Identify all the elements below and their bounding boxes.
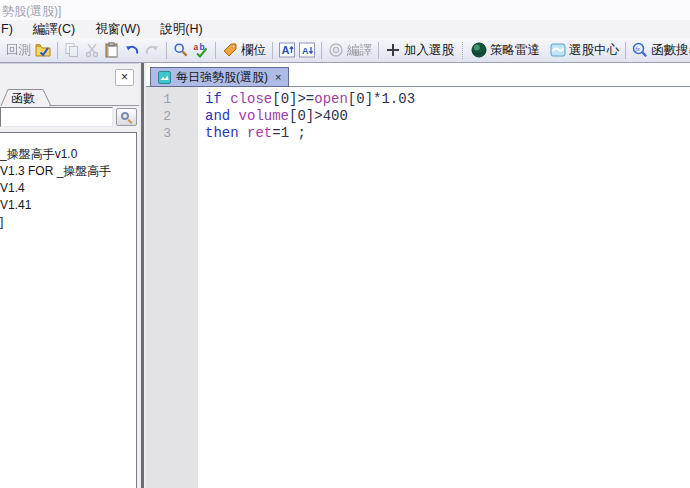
list-item[interactable]: V1.41 — [0, 197, 136, 214]
redo-button[interactable] — [144, 42, 160, 58]
toolbar-separator — [378, 42, 379, 59]
clipboard-paste-icon — [104, 42, 120, 58]
compile-button[interactable]: 編譯 — [328, 42, 372, 59]
font-decrease-icon: A — [299, 42, 315, 58]
tag-icon — [222, 42, 238, 58]
font-increase-icon: A — [279, 42, 295, 58]
compile-target-icon — [328, 42, 344, 58]
toolbar-separator-dotted — [462, 42, 463, 59]
svg-text:a: a — [194, 42, 199, 52]
code-token: and — [205, 108, 239, 124]
plus-icon — [385, 42, 401, 58]
scissors-icon — [84, 42, 100, 58]
font-increase-button[interactable]: A — [279, 42, 295, 58]
script-editor: 每日強勢股(選股) × 1 2 3 if close[0]>=open[0]*1… — [146, 63, 690, 488]
list-item[interactable]: V1.4 — [0, 180, 136, 197]
list-item[interactable]: _操盤高手v1.0 — [0, 146, 136, 163]
code-token: volume — [239, 108, 289, 124]
line-number: 2 — [146, 108, 198, 125]
editor-tab-label: 每日強勢股(選股) — [176, 69, 268, 86]
strategy-radar-button[interactable]: 策略雷達 — [471, 42, 540, 59]
code-token: open — [314, 91, 348, 107]
menu-bar: F) 編譯(C) 視窗(W) 說明(H) — [0, 20, 690, 38]
undo-button[interactable] — [124, 42, 140, 58]
line-number-gutter: 1 2 3 — [146, 87, 198, 488]
function-panel: × 函數 _操盤高手v1.0 V1.3 FOR _操盤高手 V1.4 V1.41… — [0, 63, 139, 488]
add-selection-button[interactable]: 加入選股 — [385, 42, 454, 59]
strategy-radar-label: 策略雷達 — [490, 42, 540, 59]
title-bar: 勢股(選股)] — [0, 0, 690, 20]
magnifier-handle — [128, 119, 133, 124]
undo-arrow-icon — [124, 42, 140, 58]
find-button[interactable] — [173, 42, 189, 58]
editor-tab-bar: 每日強勢股(選股) × — [146, 63, 690, 87]
splitter-line — [141, 63, 144, 488]
fields-button[interactable]: 欄位 — [222, 42, 266, 59]
redo-arrow-icon — [144, 42, 160, 58]
code-token: close — [230, 91, 272, 107]
selection-center-label: 選股中心 — [569, 42, 619, 59]
code-token: then — [205, 125, 247, 141]
code-editor-area[interactable]: if close[0]>=open[0]*1.03 and volume[0]>… — [198, 87, 690, 488]
find-replace-button[interactable]: a b — [193, 42, 209, 58]
list-item[interactable]: ] — [0, 214, 136, 231]
toolbar-separator — [272, 42, 273, 59]
code-token: ret — [247, 125, 272, 141]
tab-functions[interactable]: 函數 — [11, 90, 35, 106]
tab-baseline — [49, 105, 139, 106]
code-token: [0]>400 — [289, 108, 348, 124]
function-search-button[interactable]: fx 函數搜尋 — [632, 42, 690, 59]
paste-button[interactable] — [104, 42, 120, 58]
function-search-input[interactable] — [0, 107, 113, 127]
function-search-icon: fx — [632, 42, 648, 58]
svg-text:A: A — [282, 44, 290, 56]
svg-text:fx: fx — [635, 45, 640, 52]
toolbar-separator — [166, 42, 167, 59]
selection-center-button[interactable]: 選股中心 — [550, 42, 619, 59]
fields-label: 欄位 — [241, 42, 266, 59]
menu-item-help[interactable]: 說明(H) — [156, 21, 206, 38]
line-number: 3 — [146, 125, 198, 142]
toolbar-separator — [321, 42, 322, 59]
menu-item-file-partial[interactable]: F) — [0, 22, 17, 36]
cut-button[interactable] — [84, 42, 100, 58]
code-line: and volume[0]>400 — [205, 108, 690, 125]
code-token: =1 ; — [272, 125, 306, 141]
app-window: 勢股(選股)] F) 編譯(C) 視窗(W) 說明(H) 回測 — [0, 0, 690, 488]
code-line: if close[0]>=open[0]*1.03 — [205, 91, 690, 108]
font-decrease-button[interactable]: A — [299, 42, 315, 58]
window-title: 勢股(選股)] — [2, 3, 61, 20]
line-number: 1 — [146, 91, 198, 108]
script-list: _操盤高手v1.0 V1.3 FOR _操盤高手 V1.4 V1.41 ] — [0, 132, 137, 488]
code-line: then ret=1 ; — [205, 125, 690, 142]
script-document-icon — [158, 71, 171, 84]
backtest-button[interactable]: 回測 — [6, 42, 31, 59]
find-replace-icon: a b — [193, 42, 209, 58]
panel-close-button[interactable]: × — [115, 69, 134, 86]
selection-center-icon — [550, 42, 566, 58]
copy-icon — [64, 42, 80, 58]
menu-item-compile[interactable]: 編譯(C) — [29, 21, 79, 38]
menu-item-window[interactable]: 視窗(W) — [91, 21, 144, 38]
tab-daily-strong-stocks[interactable]: 每日強勢股(選股) × — [150, 67, 289, 87]
toolbar-separator — [57, 42, 58, 59]
list-item[interactable]: V1.3 FOR _操盤高手 — [0, 163, 136, 180]
toolbar-separator — [625, 42, 626, 59]
function-search-go-button[interactable] — [116, 108, 137, 126]
code-token: if — [205, 91, 230, 107]
code-token: [0]*1.03 — [348, 91, 415, 107]
copy-button[interactable] — [64, 42, 80, 58]
open-script-button[interactable] — [35, 42, 51, 58]
code-token: [0]>= — [272, 91, 314, 107]
function-search-label: 函數搜尋 — [651, 42, 690, 59]
tab-close-icon[interactable]: × — [275, 71, 281, 83]
toolbar: 回測 — [0, 38, 690, 63]
toolbar-separator — [215, 42, 216, 59]
radar-globe-icon — [471, 42, 487, 58]
compile-label: 編譯 — [347, 42, 372, 59]
svg-text:A: A — [302, 46, 309, 56]
search-icon — [173, 42, 189, 58]
add-selection-label: 加入選股 — [404, 42, 454, 59]
folder-edit-icon — [35, 42, 51, 58]
